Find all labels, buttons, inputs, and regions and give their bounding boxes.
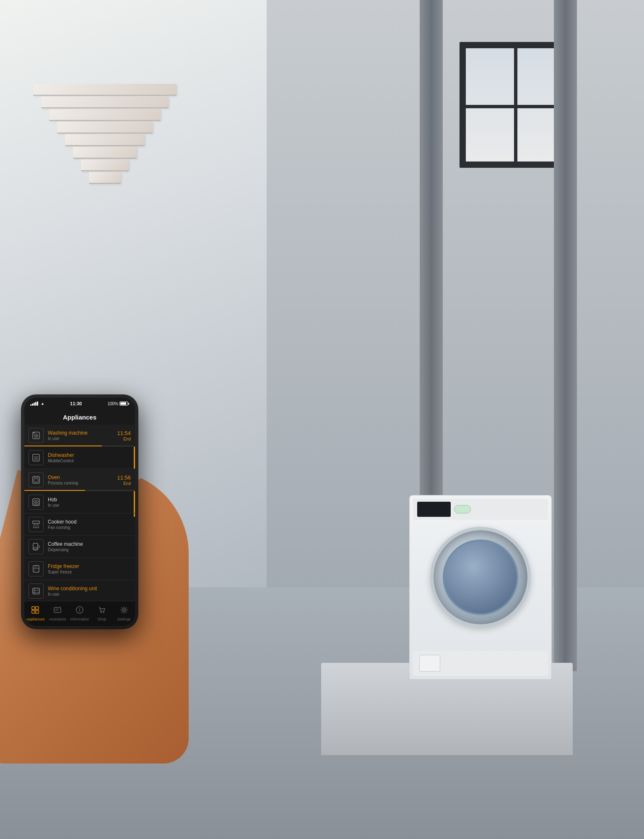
appliance-item-dishwasher[interactable]: Dishwasher MobileControl	[24, 447, 135, 469]
dishwasher-name: Dishwasher	[48, 452, 131, 458]
appliance-item-hob[interactable]: Hob In use	[24, 491, 135, 513]
svg-text:❄: ❄	[35, 565, 37, 568]
appliance-item-wine-unit[interactable]: Wine conditioning unit In use	[24, 580, 135, 601]
signal-bars	[30, 401, 38, 406]
washing-machine-end: End	[123, 437, 131, 441]
oven-progress	[24, 490, 135, 491]
battery-pct: 100%	[107, 401, 118, 406]
coffee-machine-info: Coffee machine Dispensing	[44, 541, 131, 552]
washing-machine-info: Washing machine In use	[44, 430, 117, 441]
appliance-item-fridge[interactable]: ❄ Fridge freezer Super freeze	[24, 558, 135, 580]
tab-information[interactable]: Information	[69, 606, 91, 621]
tab-information-icon	[75, 606, 84, 616]
appliance-item-washing-machine[interactable]: Washing machine In use 11:54 End	[24, 425, 135, 447]
cooker-hood-icon	[29, 517, 44, 532]
svg-point-12	[37, 477, 38, 478]
status-right: 100%	[107, 401, 129, 406]
svg-rect-27	[33, 588, 39, 594]
svg-point-2	[35, 435, 37, 437]
washer-button	[454, 505, 471, 513]
hob-info: Hob In use	[44, 497, 131, 508]
hob-status: In use	[48, 503, 131, 508]
dishwasher-info: Dishwasher MobileControl	[44, 452, 131, 463]
wine-unit-info: Wine conditioning unit In use	[44, 586, 131, 597]
wine-unit-icon	[29, 584, 44, 599]
washer-top-panel	[413, 499, 548, 520]
tab-assistants[interactable]: Assistants	[47, 606, 69, 621]
fridge-name: Fridge freezer	[48, 563, 131, 569]
svg-rect-9	[34, 479, 38, 482]
tab-information-label: Information	[70, 617, 89, 621]
svg-point-16	[34, 503, 36, 505]
washing-machine-time: 11:54	[117, 430, 131, 436]
status-left: ▲	[30, 401, 44, 406]
svg-point-41	[100, 612, 101, 613]
staircase	[25, 84, 184, 185]
tab-appliances-icon	[31, 606, 39, 616]
tab-shop-icon	[98, 606, 106, 616]
hob-name: Hob	[48, 497, 131, 503]
svg-rect-35	[54, 607, 61, 612]
tab-appliances[interactable]: Appliances	[24, 606, 47, 621]
oven-time: 11:56	[117, 474, 131, 481]
washing-machine-appliance: miele	[409, 495, 552, 680]
svg-rect-32	[36, 607, 39, 610]
wine-unit-name: Wine conditioning unit	[48, 586, 131, 591]
washer-drum-outer	[430, 527, 531, 628]
battery-icon	[119, 401, 129, 406]
washing-machine-progress	[24, 446, 135, 446]
svg-rect-3	[33, 433, 35, 433]
svg-rect-31	[32, 607, 35, 610]
svg-point-10	[34, 477, 35, 478]
svg-rect-18	[33, 521, 39, 524]
svg-rect-13	[33, 499, 39, 505]
washer-bottom-panel	[413, 651, 548, 676]
phone-wrapper: ▲ 11:30 100%	[21, 394, 138, 629]
washer-display	[417, 502, 451, 517]
window-frame	[460, 42, 569, 168]
appliance-item-cooker-hood[interactable]: Cooker hood Fan running	[24, 513, 135, 536]
fridge-icon: ❄	[29, 561, 44, 576]
oven-name: Oven	[48, 474, 117, 480]
status-time: 11:30	[44, 401, 108, 406]
oven-time-wrap: 11:56 End	[117, 474, 131, 486]
phone-inner: ▲ 11:30 100%	[24, 398, 135, 626]
phone-body: ▲ 11:30 100%	[21, 394, 138, 629]
washing-machine-name: Washing machine	[48, 430, 117, 436]
tab-assistants-label: Assistants	[49, 617, 66, 621]
battery-tip	[128, 403, 129, 405]
cooker-hood-name: Cooker hood	[48, 519, 131, 525]
coffee-machine-name: Coffee machine	[48, 541, 131, 547]
window-divider-v	[514, 48, 517, 162]
washing-machine-icon	[29, 428, 44, 443]
tab-shop[interactable]: Shop	[91, 606, 113, 621]
coffee-machine-icon	[29, 539, 44, 554]
oven-status: Process running	[48, 481, 117, 485]
svg-rect-21	[34, 547, 37, 549]
dishwasher-status: MobileControl	[48, 459, 131, 463]
tab-settings[interactable]: Settings	[113, 606, 135, 621]
svg-point-1	[34, 434, 38, 438]
fridge-info: Fridge freezer Super freeze	[44, 563, 131, 574]
tab-appliances-label: Appliances	[26, 617, 44, 621]
washer-drum-inner	[443, 539, 518, 615]
tab-settings-label: Settings	[117, 617, 131, 621]
wifi-icon: ▲	[41, 401, 44, 406]
window-glass	[466, 48, 562, 162]
hand-phone-container: ▲ 11:30 100%	[0, 386, 205, 763]
appliance-item-coffee-machine[interactable]: Coffee machine Dispensing	[24, 536, 135, 558]
svg-point-11	[36, 477, 36, 478]
page-title-text: Appliances	[63, 414, 96, 421]
wine-unit-status: In use	[48, 592, 131, 597]
svg-rect-34	[36, 610, 39, 613]
oven-icon	[29, 472, 44, 487]
dishwasher-icon	[29, 450, 44, 465]
hob-icon	[29, 495, 44, 510]
svg-rect-4	[33, 454, 39, 461]
appliance-item-oven[interactable]: Oven Process running 11:56 End	[24, 469, 135, 491]
washing-machine-time-wrap: 11:54 End	[117, 430, 131, 441]
background-scene: miele	[0, 0, 644, 839]
oven-progress-fill	[24, 490, 85, 491]
oven-end: End	[123, 481, 131, 486]
tab-bar: Appliances Assistan	[24, 601, 135, 626]
